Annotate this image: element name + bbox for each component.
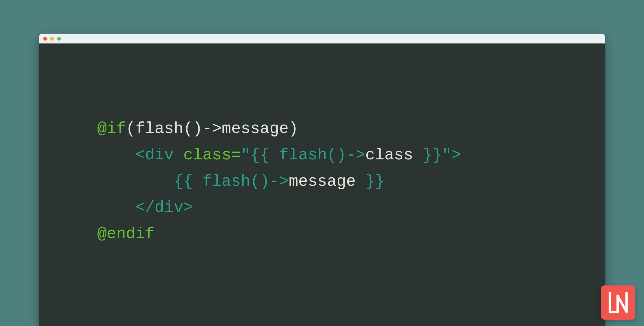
- blade-brace: {{: [250, 146, 279, 164]
- window-titlebar: [39, 34, 605, 43]
- quote: ": [442, 146, 451, 164]
- fn-call: flash()->: [202, 172, 289, 191]
- blade-brace: }}: [356, 172, 384, 191]
- angle-bracket-icon: </: [135, 198, 155, 217]
- ln-icon: [605, 289, 631, 316]
- space: [174, 146, 183, 164]
- prop: message: [289, 172, 356, 191]
- directive-if: @if: [97, 120, 126, 138]
- tag-name: div: [145, 146, 174, 164]
- tag-name: div: [155, 198, 183, 217]
- zoom-icon[interactable]: [57, 37, 61, 41]
- minimize-icon[interactable]: [50, 37, 54, 41]
- code-block: @if(flash()->message) <div class="{{ fla…: [97, 116, 605, 247]
- indent: [97, 198, 135, 217]
- code-text: (flash()->message): [126, 120, 298, 138]
- attr-name: class=: [183, 146, 241, 164]
- code-window: @if(flash()->message) <div class="{{ fla…: [39, 34, 605, 326]
- angle-bracket-icon: >: [451, 146, 461, 164]
- quote: ": [241, 146, 250, 164]
- close-icon[interactable]: [43, 37, 47, 41]
- brand-logo: [601, 285, 635, 320]
- fn-call: flash()->: [279, 146, 365, 164]
- prop: class: [365, 146, 413, 164]
- indent: [97, 146, 135, 164]
- angle-bracket-icon: <: [135, 146, 145, 164]
- directive-endif: @endif: [97, 225, 155, 243]
- code-editor: @if(flash()->message) <div class="{{ fla…: [39, 43, 605, 326]
- blade-brace: {{: [174, 172, 202, 191]
- indent: [97, 172, 174, 191]
- angle-bracket-icon: >: [183, 198, 193, 217]
- blade-brace: }}: [413, 146, 442, 164]
